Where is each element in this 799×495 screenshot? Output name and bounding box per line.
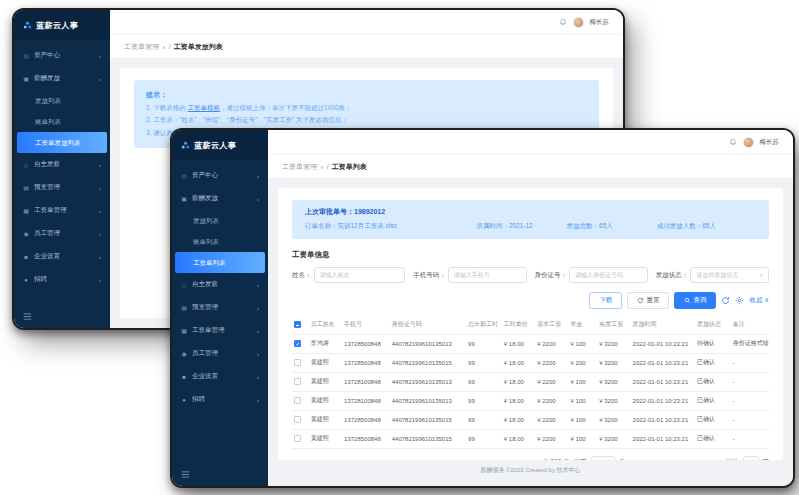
sidebar-subitem[interactable]: 发放列表 [172,210,268,231]
row-checkbox[interactable] [294,416,301,423]
table-cell: - [731,372,769,391]
app-logo: 蓝薪云人事 [14,10,110,40]
sidebar-item-4[interactable]: ▤预支管理∨ [14,176,110,199]
menu-fold-icon[interactable] [181,470,259,479]
search-field-label: 手机号码： [413,271,446,280]
summary-field-value: 65人 [702,222,716,229]
sidebar-item-5[interactable]: ▦工资单管理∨ [172,319,268,342]
row-checkbox[interactable] [294,359,301,366]
breadcrumb-parent[interactable]: 工资单管理 [124,42,159,52]
sidebar-subitem[interactable]: 账单列表 [172,231,268,252]
chevron-down-icon: ∨ [98,76,102,81]
status-select[interactable]: 请选择发放状态∨ [690,267,769,283]
avatar[interactable] [573,17,584,28]
search-input[interactable]: 请输入手机号 [448,267,527,283]
template-download-link[interactable]: 工资单模板 [188,104,221,111]
settings-gear-icon[interactable] [735,296,744,305]
username[interactable]: 梅长苏 [590,18,610,27]
table-cell: ¥ 100 [569,334,598,353]
table-cell: ¥ 18.00 [502,429,535,448]
table-cell: ¥ 3200 [597,353,630,372]
sidebar-item-2[interactable]: ▣薪酬发放∨ [14,67,110,90]
username[interactable]: 梅长苏 [760,138,780,147]
table-cell: 99 [466,372,502,391]
table-row[interactable]: 黄建熙1372850084844078219961013501599¥ 18.0… [292,410,769,429]
table-header-row: 员工姓名手机号身份证号码总出勤工时工时单价基本工资奖金实发工资发放时间发放状态备… [292,316,769,334]
asset-center-icon: ◎ [22,52,30,59]
collapse-panel-link[interactable]: 收起 ∧ [749,296,769,305]
company-settings-icon: ■ [180,374,188,380]
table-cell: - [731,391,769,410]
row-checkbox-cell [292,372,309,391]
row-checkbox[interactable] [294,378,301,385]
sidebar-item-1[interactable]: ◎资产中心∨ [14,44,110,67]
content-card: 上次审批单号：19892012 订单名称：实训12月工资表.xlsx所属时间：2… [278,188,783,460]
payslip-summary-box: 上次审批单号：19892012 订单名称：实训12月工资表.xlsx所属时间：2… [292,200,769,239]
table-cell: ¥ 200 [569,353,598,372]
query-button-label: 查询 [693,296,706,305]
row-checkbox[interactable] [294,397,301,404]
sidebar-subitem[interactable]: 发放列表 [14,90,110,111]
logo-text: 蓝薪云人事 [194,140,237,151]
table-cell: ¥ 18.00 [502,372,535,391]
table-cell: 13728500848 [342,334,390,353]
table-cell: 440782199610135015 [390,410,466,429]
row-checkbox-cell [292,353,309,372]
sidebar-footer [172,463,268,486]
reset-button[interactable]: 重置 [627,292,669,309]
sidebar-item-label: 招聘 [192,395,205,404]
table-cell: - [731,429,769,448]
breadcrumb-parent[interactable]: 工资单管理 [282,162,317,172]
avatar[interactable] [743,137,754,148]
sidebar-item-3[interactable]: ◇自主发薪∨ [14,153,110,176]
row-checkbox[interactable] [294,435,301,442]
sidebar-item-8[interactable]: ●招聘∨ [172,388,268,411]
footer-copyright: 薪酬服务 ©2022 Created by 技术中心 [278,460,783,476]
sidebar-item-2[interactable]: ▣薪酬发放∨ [172,187,268,210]
chevron-down-icon: ∨ [162,44,166,50]
table-cell: 440782199610135013 [390,372,466,391]
menu-fold-icon[interactable] [23,312,101,321]
sidebar-subitem[interactable]: 工资单列表 [175,252,265,273]
refresh-icon-button[interactable] [721,296,730,305]
notification-bell-icon[interactable] [559,18,567,26]
chevron-down-icon: ∨ [98,162,102,167]
sidebar-item-8[interactable]: ●招聘∨ [14,268,110,291]
table-header-cell: 工时单价 [502,316,535,334]
table-row[interactable]: 黄建熙1372810084844078219961013501399¥ 18.0… [292,391,769,410]
sidebar-item-1[interactable]: ◎资产中心∨ [172,164,268,187]
input-placeholder: 请选择发放状态 [696,271,759,280]
notification-bell-icon[interactable] [729,138,737,146]
advance-manage-icon: ▤ [22,184,30,191]
table-row[interactable]: 李鸿涛1372850084844078219961013501399¥ 18.0… [292,334,769,353]
table-cell: ¥ 18.00 [502,410,535,429]
chevron-down-icon: ∨ [98,185,102,190]
search-input[interactable]: 请输入姓名 [314,267,406,283]
table-row[interactable]: 黄建熙1372850084844078219961013501599¥ 18.0… [292,429,769,448]
table-cell: ¥ 2200 [535,372,568,391]
sidebar-item-6[interactable]: ◉员工管理∨ [14,222,110,245]
sidebar-subitem[interactable]: 账单列表 [14,111,110,132]
payslip-table: 员工姓名手机号身份证号码总出勤工时工时单价基本工资奖金实发工资发放时间发放状态备… [292,316,769,449]
search-input[interactable]: 请输入身份证号码 [569,267,648,283]
sidebar-item-7[interactable]: ■企业设置∨ [172,365,268,388]
sidebar-subitem[interactable]: 工资单发放列表 [17,132,107,153]
row-checkbox[interactable] [294,340,301,347]
sidebar-item-label: 员工管理 [192,349,218,358]
table-cell: ¥ 3200 [597,391,630,410]
breadcrumb-separator: / [327,163,329,170]
sidebar-item-6[interactable]: ◉员工管理∨ [172,342,268,365]
download-button[interactable]: 下载 [589,292,622,309]
table-cell: 待确认 [695,334,731,353]
sidebar-item-7[interactable]: ■企业设置∨ [14,245,110,268]
sidebar-item-5[interactable]: ▦工资单管理∨ [14,199,110,222]
select-all-checkbox[interactable] [294,321,301,328]
sidebar-item-4[interactable]: ▤预支管理∨ [172,296,268,319]
table-row[interactable]: 黄建熙1372810084844078219961013501399¥ 18.0… [292,372,769,391]
table-cell: 99 [466,410,502,429]
sidebar-item-label: 薪酬发放 [192,194,218,203]
sidebar-item-3[interactable]: ◇自主发薪∨ [172,273,268,296]
table-row[interactable]: 黄建熙1372850084844078219961013501599¥ 18.0… [292,353,769,372]
query-button[interactable]: 查询 [674,292,716,309]
table-cell: 2022-01-01 10:23:21 [631,334,695,353]
